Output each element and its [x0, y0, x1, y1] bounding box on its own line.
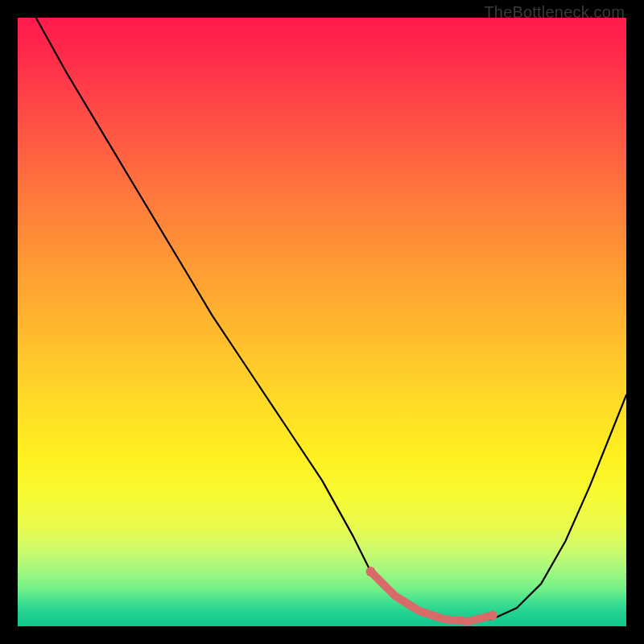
curve-path	[36, 18, 626, 621]
watermark-text: TheBottleneck.com	[484, 3, 625, 22]
curve-layer	[36, 18, 626, 621]
chart-svg	[18, 18, 626, 626]
highlight-endpoint	[366, 567, 376, 576]
chart-frame: TheBottleneck.com	[0, 0, 644, 644]
highlight-path	[371, 572, 493, 621]
highlight-endpoint	[488, 610, 497, 620]
